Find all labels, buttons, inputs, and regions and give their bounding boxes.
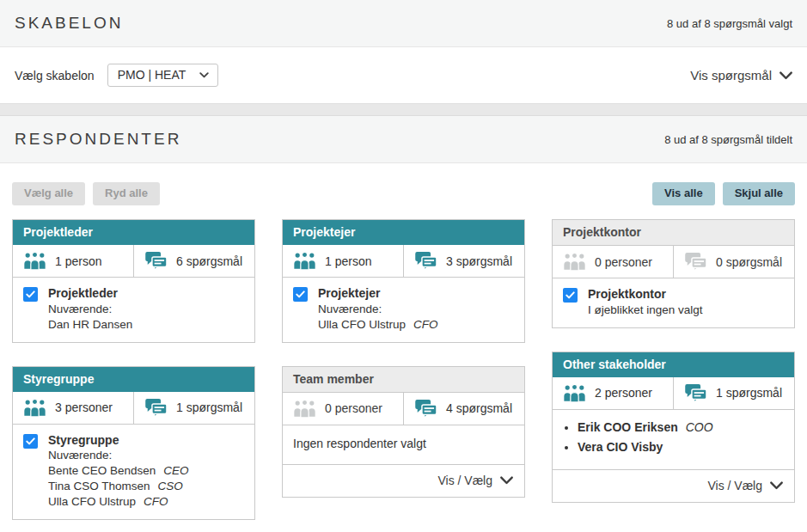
questions-icon-wrap [414,251,437,271]
cards-column-1: Projektleder1 person6 spørgsmålProjektle… [12,219,255,520]
select-template-label: Vælg skabelon [15,69,95,83]
respondent-row: ProjektejerNuværende:Ulla CFO UlstrupCFO [293,285,514,333]
card-stats: 1 person6 spørgsmål [13,245,254,278]
questions-stat: 1 spørgsmål [674,377,794,409]
template-select-value: PMO | HEAT [118,68,186,82]
empty-respondents-note: Ingen respondenter valgt [293,433,514,456]
people-icon [563,253,586,271]
respondenter-status: 8 ud af 8 spørgsmål tildelt [664,133,792,146]
persons-stat: 2 personer [553,377,674,409]
respondent-checkbox[interactable] [23,287,38,302]
card-body: Ingen respondenter valgt [283,425,524,465]
persons-count: 1 person [55,254,101,268]
respondent-info: ProjektkontorI øjeblikket ingen valgt [588,286,703,318]
card-title: Team member [283,367,524,393]
respondent-cards-grid: Projektleder1 person6 spørgsmålProjektle… [0,205,807,520]
list-item: Erik COO EriksenCOO [578,419,784,436]
respondent-checkbox[interactable] [563,288,578,303]
respondent-sublabel: Nuværende: [48,448,189,463]
clear-all-button[interactable]: Ryd alle [93,182,160,205]
questions-count: 1 spørgsmål [176,401,242,414]
person-name: Bente CEO Bendsen [48,464,156,477]
card-stats: 0 personer0 spørgsmål [553,246,794,278]
card-projektkontor: Projektkontor0 personer0 spørgsmålProjek… [552,219,795,328]
show-select-label: Vis / Vælg [707,479,762,492]
persons-stat: 1 person [13,245,134,277]
respondent-info: StyregruppeNuværende:Bente CEO BendsenCE… [48,432,189,510]
questions-count: 1 spørgsmål [716,386,782,400]
template-select[interactable]: PMO | HEAT [107,64,219,87]
respondent-row: ProjektkontorI øjeblikket ingen valgt [563,286,784,318]
questions-icon-wrap [684,383,707,403]
questions-count: 6 spørgsmål [176,254,242,268]
card-stats: 0 personer4 spørgsmål [283,393,524,425]
persons-stat: 3 personer [13,392,134,424]
respondent-checkbox[interactable] [23,434,38,449]
check-icon [566,291,575,299]
respondent-list: Erik COO EriksenCOOVera CIO Visby [563,419,784,456]
person-name: Vera CIO Visby [578,440,663,454]
questions-count: 0 spørgsmål [716,255,782,269]
card-title: Projektkontor [553,220,794,246]
respondent-person: Tina CSO ThomsenCSO [48,479,189,494]
persons-count: 1 person [325,254,371,268]
card-body: ProjektejerNuværende:Ulla CFO UlstrupCFO [283,278,524,342]
questions-count: 4 spørgsmål [446,401,512,415]
person-role: CFO [144,495,168,508]
show-questions-label: Vis spørgsmål [690,68,772,83]
chevron-down-icon [779,71,792,80]
section-divider [0,104,807,116]
cards-column-2: Projektejer1 person3 spørgsmålProjekteje… [282,219,525,498]
people-icon-wrap [293,400,316,418]
skabelon-header-band: SKABELON 8 ud af 8 spørgsmål valgt [0,0,807,47]
people-icon [293,400,316,418]
respondent-row: StyregruppeNuværende:Bente CEO BendsenCE… [23,432,244,510]
hide-all-button[interactable]: Skjul alle [723,182,795,205]
questions-icon [144,251,168,271]
card-projektleder: Projektleder1 person6 spørgsmålProjektle… [12,219,255,343]
respondent-sublabel: I øjeblikket ingen valgt [588,303,703,318]
questions-icon [684,383,707,403]
card-title: Projektleder [13,220,254,245]
questions-stat: 6 spørgsmål [134,245,254,277]
skabelon-title: SKABELON [15,14,123,33]
card-projektejer: Projektejer1 person3 spørgsmålProjekteje… [282,219,525,343]
person-name: Ulla CFO Ulstrup [48,495,136,508]
show-select-toggle[interactable]: Vis / Vælg [283,464,524,497]
skabelon-status: 8 ud af 8 spørgsmål valgt [667,17,792,30]
questions-stat: 0 spørgsmål [674,246,794,278]
questions-icon [144,398,168,418]
person-name: Dan HR Dansen [48,318,132,331]
show-questions-toggle[interactable]: Vis spørgsmål [690,68,792,83]
persons-count: 0 personer [325,401,382,415]
respondent-person: Bente CEO BendsenCEO [48,463,189,479]
chevron-down-icon [500,476,513,485]
show-select-toggle[interactable]: Vis / Vælg [553,469,794,502]
card-body: Erik COO EriksenCOOVera CIO Visby [553,410,794,469]
card-stats: 3 personer1 spørgsmål [13,392,254,425]
respondenter-title: RESPONDENTER [15,130,181,149]
show-select-label: Vis / Vælg [437,474,492,487]
show-all-button[interactable]: Vis alle [652,182,715,205]
questions-count: 3 spørgsmål [446,254,512,268]
respondent-role-label: Styregruppe [48,432,189,449]
template-select-row: Vælg skabelon PMO | HEAT Vis spørgsmål [0,47,807,104]
person-role: CFO [413,318,438,331]
respondent-sublabel: Nuværende: [318,302,438,317]
people-icon-wrap [293,252,316,270]
card-body: ProjektkontorI øjeblikket ingen valgt [553,278,794,327]
questions-icon-wrap [144,251,168,271]
respondent-checkbox[interactable] [293,287,308,302]
check-icon [26,437,35,445]
persons-count: 0 personer [595,255,652,269]
select-all-button[interactable]: Vælg alle [12,182,85,205]
questions-stat: 4 spørgsmål [404,393,524,425]
respondent-row: ProjektlederNuværende:Dan HR Dansen [23,285,244,333]
person-role: CSO [158,480,183,492]
respondent-sublabel: Nuværende: [48,302,132,317]
person-role: CEO [163,464,188,477]
respondent-role-label: Projektleder [48,285,132,302]
questions-icon [684,252,707,272]
card-other-stakeholder: Other stakeholder2 personer1 spørgsmålEr… [552,352,795,503]
questions-stat: 1 spørgsmål [134,392,254,424]
